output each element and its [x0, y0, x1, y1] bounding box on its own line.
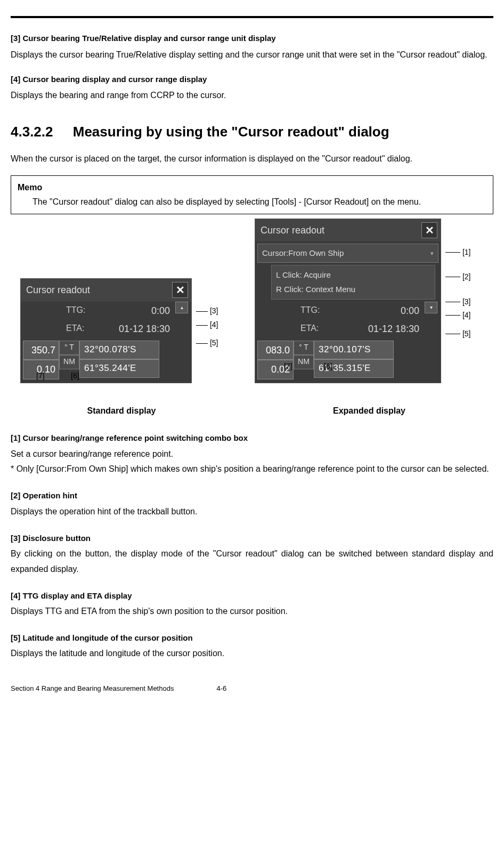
- item4-cursor-bearing-range-heading: [4] Cursor bearing display and cursor ra…: [11, 72, 493, 86]
- item3-cursor-bearing-display-heading: [3] Cursor bearing True/Relative display…: [11, 31, 493, 45]
- memo-label: Memo: [18, 180, 486, 195]
- chevron-up-icon: ▴: [181, 303, 183, 312]
- cursor-readout-dialog-standard: Cursor readout ✕ TTG: 0:00 ▴ ETA: 01-12 …: [20, 278, 192, 383]
- item-1-note: * Only [Cursor:From Own Ship] which make…: [11, 462, 493, 477]
- eta-label: ETA:: [300, 321, 330, 337]
- dialog-titlebar: Cursor readout ✕: [255, 219, 441, 242]
- longitude-value: 61°35.244'E: [79, 359, 159, 378]
- hint-right-click: R Click: Context Menu: [276, 282, 430, 297]
- item-3-block: [3] Disclosure button By clicking on the…: [11, 531, 493, 577]
- intro-paragraph: When the cursor is placed on the target,…: [11, 151, 493, 166]
- hint-left-click: L Click: Acquire: [276, 268, 430, 282]
- bearing-unit[interactable]: ° T: [294, 341, 314, 355]
- top-section: [3] Cursor bearing True/Relative display…: [11, 31, 493, 104]
- disclosure-button[interactable]: ▴: [175, 302, 188, 313]
- item-5-block: [5] Latitude and longitude of the cursor…: [11, 631, 493, 661]
- bearing-range-row: 083.0 0.02 ° T NM 32°00.107'S 61°35.315'…: [255, 338, 441, 383]
- item-2-body: Displays the operation hint of the track…: [11, 504, 493, 520]
- item3-cursor-bearing-display-body: Displays the cursor bearing True/Relativ…: [11, 47, 493, 63]
- latlon-block: 32°00.078'S 61°35.244'E: [79, 341, 159, 379]
- annotation-4: [4]: [196, 319, 218, 332]
- section-heading: 4.3.2.2 Measuring by using the "Cursor r…: [11, 120, 493, 143]
- annotation-5: [5]: [196, 337, 218, 350]
- chevron-down-icon: ▾: [430, 303, 433, 312]
- footer-section: Section 4 Range and Bearing Measurement …: [11, 683, 174, 695]
- annotation-3: [3]: [445, 296, 470, 309]
- annotation-6: [6]: [324, 360, 332, 373]
- chevron-down-icon: ▾: [430, 248, 434, 259]
- item-1-block: [1] Cursor bearing/range reference point…: [11, 431, 493, 477]
- standard-display-figure: Cursor readout ✕ TTG: 0:00 ▴ ETA: 01-12 …: [20, 278, 223, 418]
- item-2-block: [2] Operation hint Displays the operatio…: [11, 489, 493, 519]
- latitude-value: 32°00.107'S: [314, 341, 394, 359]
- close-button[interactable]: ✕: [172, 282, 188, 298]
- item-3-title: [3] Disclosure button: [11, 531, 493, 545]
- ttg-row: TTG: 0:00 ▴: [21, 302, 191, 320]
- dialog-title: Cursor readout: [26, 282, 90, 298]
- item-5-body: Displays the latitude and longitude of t…: [11, 646, 493, 661]
- annotation-2: [2]: [445, 271, 470, 284]
- cursor-readout-dialog-expanded: Cursor readout ✕ Cursor:From Own Ship ▾ …: [255, 219, 441, 383]
- figures-row: Cursor readout ✕ TTG: 0:00 ▴ ETA: 01-12 …: [11, 219, 493, 418]
- expanded-display-figure: Cursor readout ✕ Cursor:From Own Ship ▾ …: [255, 219, 484, 418]
- bearing-range-row: 350.7 0.10 ° T NM 32°00.078'S 61°35.244'…: [21, 338, 191, 383]
- latitude-value: 32°00.078'S: [79, 341, 159, 359]
- item-3-body: By clicking on the button, the display m…: [11, 546, 493, 577]
- ttg-label: TTG:: [300, 303, 330, 319]
- annotation-7: [7]: [36, 370, 45, 383]
- item-1-body: Set a cursor bearing/range reference poi…: [11, 447, 493, 462]
- expanded-display-caption: Expanded display: [255, 403, 484, 418]
- annotation-1: [1]: [445, 246, 470, 259]
- ttg-row: TTG: 0:00 ▾: [255, 302, 441, 320]
- eta-row: ETA: 01-12 18:30: [255, 320, 441, 338]
- operation-hint-box: L Click: Acquire R Click: Context Menu: [271, 265, 435, 300]
- annotation-4: [4]: [445, 309, 470, 322]
- combo-value: Cursor:From Own Ship: [262, 246, 344, 260]
- unit-block: ° T NM: [294, 341, 314, 379]
- bearing-value: 350.7: [23, 341, 59, 360]
- close-icon: ✕: [425, 221, 434, 239]
- cursor-reference-combo[interactable]: Cursor:From Own Ship ▾: [257, 244, 438, 263]
- dialog-titlebar: Cursor readout ✕: [21, 279, 191, 302]
- memo-box: Memo The "Cursor readout" dialog can als…: [11, 175, 493, 214]
- close-button[interactable]: ✕: [421, 222, 437, 238]
- bearing-unit[interactable]: ° T: [59, 341, 79, 355]
- close-icon: ✕: [176, 281, 185, 299]
- eta-value: 01-12 18:30: [101, 321, 170, 337]
- eta-value: 01-12 18:30: [335, 321, 419, 337]
- range-unit[interactable]: NM: [59, 355, 79, 369]
- ttg-value: 0:00: [335, 303, 419, 319]
- page-footer: Section 4 Range and Bearing Measurement …: [11, 683, 493, 695]
- range-unit[interactable]: NM: [294, 355, 314, 369]
- bearing-value: 083.0: [257, 341, 294, 360]
- annotation-7: [7]: [284, 360, 292, 373]
- disclosure-button[interactable]: ▾: [425, 302, 437, 313]
- ttg-value: 0:00: [101, 303, 170, 319]
- item-1-title: [1] Cursor bearing/range reference point…: [11, 431, 493, 445]
- annotation-3: [3]: [196, 305, 218, 318]
- memo-text: The "Cursor readout" dialog can also be …: [18, 195, 486, 209]
- annotation-5: [5]: [445, 328, 470, 341]
- standard-display-caption: Standard display: [20, 403, 223, 418]
- dialog-title: Cursor readout: [261, 222, 324, 239]
- ttg-label: TTG:: [66, 303, 95, 319]
- annotation-6: [6]: [71, 370, 79, 383]
- eta-label: ETA:: [66, 321, 95, 337]
- footer-page: 4-6: [216, 683, 226, 695]
- section-number: 4.3.2.2: [11, 120, 53, 143]
- item-4-body: Displays TTG and ETA from the ship's own…: [11, 604, 493, 619]
- item-2-title: [2] Operation hint: [11, 489, 493, 503]
- item-4-block: [4] TTG display and ETA display Displays…: [11, 589, 493, 619]
- page-top-rule: [11, 16, 493, 18]
- item4-cursor-bearing-range-body: Displays the bearing and range from CCRP…: [11, 87, 493, 103]
- eta-row: ETA: 01-12 18:30: [21, 320, 191, 338]
- item-4-title: [4] TTG display and ETA display: [11, 589, 493, 603]
- section-title: Measuring by using the "Cursor readout" …: [73, 124, 389, 140]
- item-5-title: [5] Latitude and longitude of the cursor…: [11, 631, 493, 645]
